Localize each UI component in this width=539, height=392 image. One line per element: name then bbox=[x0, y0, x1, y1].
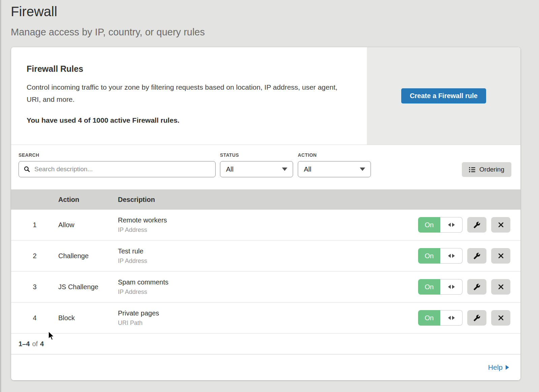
table-row: 3 JS Challenge Spam comments IP Address … bbox=[11, 272, 520, 303]
rule-description: Remote workers bbox=[118, 216, 418, 224]
column-header-description: Description bbox=[118, 196, 520, 204]
rule-description-cell: Remote workers IP Address bbox=[118, 216, 418, 234]
edit-rule-button[interactable] bbox=[467, 248, 486, 264]
close-icon bbox=[498, 252, 504, 259]
action-select-value: All bbox=[304, 165, 311, 173]
delete-rule-button[interactable] bbox=[491, 279, 510, 295]
row-controls: On bbox=[418, 248, 520, 264]
rule-action: Challenge bbox=[58, 252, 118, 260]
delete-rule-button[interactable] bbox=[491, 217, 510, 233]
toggle-on-label: On bbox=[418, 310, 440, 326]
search-filter: SEARCH bbox=[19, 152, 216, 189]
action-label: ACTION bbox=[298, 152, 371, 158]
toggle-on-label: On bbox=[418, 279, 440, 295]
search-input[interactable] bbox=[34, 165, 211, 173]
rule-description: Test rule bbox=[118, 247, 418, 255]
rule-priority: 1 bbox=[11, 221, 58, 229]
wrench-icon bbox=[473, 314, 480, 322]
card-footer: Help bbox=[11, 355, 520, 380]
close-icon bbox=[498, 314, 504, 321]
page-subtitle: Manage access by IP, country, or query r… bbox=[11, 26, 539, 38]
rule-type: URI Path bbox=[118, 320, 418, 327]
edit-rule-button[interactable] bbox=[467, 310, 486, 326]
table-row: 1 Allow Remote workers IP Address On bbox=[11, 210, 520, 241]
close-icon bbox=[498, 221, 504, 228]
status-select[interactable]: All bbox=[220, 161, 293, 177]
delete-rule-button[interactable] bbox=[491, 248, 510, 264]
help-arrow-icon bbox=[506, 365, 509, 370]
rule-action: Allow bbox=[58, 221, 118, 229]
toggle-on-label: On bbox=[418, 248, 440, 264]
table-row: 2 Challenge Test rule IP Address On bbox=[11, 241, 520, 272]
ordering-wrap: Ordering bbox=[462, 152, 511, 189]
section-heading: Firewall Rules bbox=[27, 64, 347, 74]
chevron-down-icon bbox=[360, 168, 365, 171]
table-header: Action Description bbox=[11, 189, 520, 210]
toggle-arrows-icon bbox=[440, 217, 463, 233]
create-firewall-rule-button[interactable]: Create a Firewall rule bbox=[401, 88, 486, 103]
intro-section: Firewall Rules Control incoming traffic … bbox=[11, 47, 520, 145]
row-controls: On bbox=[418, 217, 520, 233]
page-title: Firewall bbox=[11, 3, 539, 20]
wrench-icon bbox=[473, 283, 480, 291]
ordering-button[interactable]: Ordering bbox=[462, 162, 511, 177]
action-filter: ACTION All bbox=[298, 152, 371, 189]
rule-enabled-toggle[interactable]: On bbox=[418, 310, 463, 326]
rule-enabled-toggle[interactable]: On bbox=[418, 248, 463, 264]
toggle-arrows-icon bbox=[440, 279, 463, 295]
ordering-button-label: Ordering bbox=[479, 166, 504, 173]
search-icon bbox=[24, 166, 30, 173]
rule-description: Spam comments bbox=[118, 278, 418, 286]
table-row: 4 Block Private pages URI Path On bbox=[11, 303, 520, 334]
toggle-on-label: On bbox=[418, 217, 440, 233]
edit-rule-button[interactable] bbox=[467, 279, 486, 295]
filters-bar: SEARCH STATUS All ACTION All bbox=[11, 145, 520, 189]
rule-action: JS Challenge bbox=[58, 283, 118, 291]
rule-action: Block bbox=[58, 314, 118, 322]
page-header: Firewall Manage access by IP, country, o… bbox=[0, 0, 539, 38]
rule-description-cell: Private pages URI Path bbox=[118, 309, 418, 327]
wrench-icon bbox=[473, 252, 480, 260]
rule-priority: 3 bbox=[11, 283, 58, 291]
firewall-rules-card: Firewall Rules Control incoming traffic … bbox=[11, 47, 520, 380]
status-select-value: All bbox=[226, 165, 233, 173]
create-rule-panel: Create a Firewall rule bbox=[367, 47, 520, 145]
status-filter: STATUS All bbox=[220, 152, 293, 189]
rule-description-cell: Test rule IP Address bbox=[118, 247, 418, 265]
action-select[interactable]: All bbox=[298, 161, 371, 177]
wrench-icon bbox=[473, 221, 480, 229]
search-box bbox=[19, 161, 216, 177]
row-controls: On bbox=[418, 279, 520, 295]
column-header-action: Action bbox=[58, 196, 118, 204]
rule-type: IP Address bbox=[118, 227, 418, 234]
edit-rule-button[interactable] bbox=[467, 217, 486, 233]
pagination-of: of bbox=[32, 340, 38, 348]
row-controls: On bbox=[418, 310, 520, 326]
status-label: STATUS bbox=[220, 152, 293, 158]
section-description: Control incoming traffic to your zone by… bbox=[27, 81, 347, 105]
ordering-list-icon bbox=[469, 167, 476, 173]
rule-description-cell: Spam comments IP Address bbox=[118, 278, 418, 296]
rule-type: IP Address bbox=[118, 289, 418, 296]
rule-description: Private pages bbox=[118, 309, 418, 317]
close-icon bbox=[498, 283, 504, 290]
toggle-arrows-icon bbox=[440, 310, 463, 326]
rule-enabled-toggle[interactable]: On bbox=[418, 217, 463, 233]
chevron-down-icon bbox=[282, 168, 287, 171]
usage-summary: You have used 4 of 1000 active Firewall … bbox=[27, 116, 347, 124]
search-label: SEARCH bbox=[19, 152, 216, 158]
help-link-label: Help bbox=[488, 363, 503, 371]
delete-rule-button[interactable] bbox=[491, 310, 510, 326]
help-link[interactable]: Help bbox=[488, 363, 509, 371]
intro-text-block: Firewall Rules Control incoming traffic … bbox=[11, 47, 367, 145]
rule-priority: 2 bbox=[11, 252, 58, 260]
rule-enabled-toggle[interactable]: On bbox=[418, 279, 463, 295]
rule-type: IP Address bbox=[118, 258, 418, 265]
toggle-arrows-icon bbox=[440, 248, 463, 264]
rule-priority: 4 bbox=[11, 314, 58, 322]
pagination-row: 1–4 of 4 bbox=[11, 334, 520, 355]
pagination-total: 4 bbox=[40, 340, 44, 348]
pagination-range: 1–4 bbox=[19, 340, 30, 348]
